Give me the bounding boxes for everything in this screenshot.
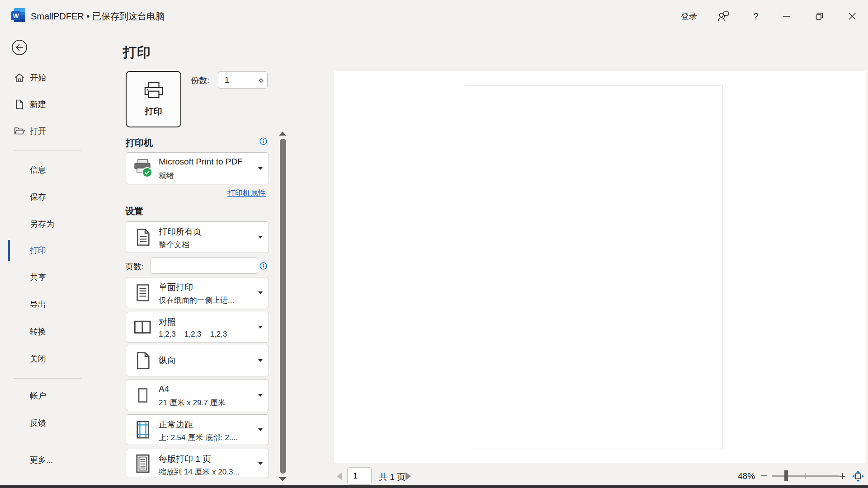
duplex-select[interactable]: 单面打印 仅在纸面的一侧上进... bbox=[126, 277, 269, 308]
zoom-out-button[interactable]: − bbox=[760, 469, 767, 483]
copies-input[interactable] bbox=[225, 72, 252, 88]
pages-label: 页数: bbox=[125, 261, 144, 272]
sidebar-item-new[interactable]: 新建 bbox=[0, 96, 94, 113]
title-bar: W SmallPDFER • 已保存到这台电脑 登录 ? bbox=[0, 0, 868, 33]
sidebar-item-share[interactable]: 共享 bbox=[0, 269, 94, 286]
zoom-in-button[interactable]: + bbox=[839, 469, 846, 483]
home-icon bbox=[14, 72, 25, 84]
scrollbar-up-icon[interactable] bbox=[279, 131, 286, 136]
new-document-icon bbox=[14, 99, 25, 110]
print-all-pages-icon bbox=[131, 222, 155, 253]
pages-field[interactable] bbox=[151, 257, 258, 274]
sidebar-divider bbox=[14, 150, 81, 150]
zoom-slider-thumb[interactable] bbox=[784, 470, 788, 481]
page-number-field[interactable] bbox=[347, 467, 372, 485]
one-sided-page-icon bbox=[131, 277, 155, 308]
sidebar-item-info[interactable]: 信息 bbox=[0, 162, 94, 178]
paper-size-icon bbox=[131, 380, 155, 411]
sign-in-button[interactable]: 登录 bbox=[676, 0, 702, 33]
sidebar-item-save[interactable]: 保存 bbox=[0, 189, 94, 205]
orientation-select[interactable]: 纵向 bbox=[126, 345, 269, 376]
settings-section-header: 设置 bbox=[125, 205, 143, 217]
close-icon[interactable] bbox=[842, 0, 863, 33]
sidebar-item-more[interactable]: 更多... bbox=[0, 452, 94, 468]
chevron-down-icon bbox=[258, 462, 263, 465]
zoom-to-page-icon[interactable] bbox=[852, 470, 864, 483]
copies-stepper[interactable] bbox=[218, 71, 268, 89]
chevron-down-icon bbox=[258, 167, 263, 170]
sidebar-item-open[interactable]: 打开 bbox=[0, 123, 94, 139]
printer-info-icon[interactable] bbox=[259, 137, 267, 145]
scrollbar-down-icon[interactable] bbox=[279, 477, 286, 481]
chevron-down-icon bbox=[258, 236, 263, 239]
pages-info-icon[interactable] bbox=[259, 262, 267, 270]
pages-text-input[interactable] bbox=[156, 258, 253, 273]
printer-section-header: 打印机 bbox=[126, 137, 153, 149]
scrollbar-thumb[interactable] bbox=[280, 139, 286, 474]
sidebar-item-account[interactable]: 帐户 bbox=[0, 388, 94, 404]
chevron-down-icon bbox=[258, 291, 263, 294]
sidebar-item-close-doc[interactable]: 关闭 bbox=[0, 351, 94, 367]
collation-select[interactable]: 对照 1,2,3 1,2,3 1,2,3 bbox=[126, 312, 269, 343]
collate-pages-icon bbox=[131, 312, 155, 342]
sidebar-item-save-as[interactable]: 另存为 bbox=[0, 216, 94, 232]
zoom-slider-midtick bbox=[805, 473, 806, 479]
zoom-slider-track[interactable] bbox=[772, 475, 840, 477]
previous-page-icon[interactable] bbox=[337, 472, 342, 480]
printer-status: 就绪 bbox=[159, 170, 251, 181]
printer-properties-link[interactable]: 打印机属性 bbox=[227, 188, 266, 198]
sidebar-item-home[interactable]: 开始 bbox=[0, 70, 94, 86]
minimize-icon[interactable] bbox=[777, 0, 797, 33]
sidebar-item-transform[interactable]: 转换 bbox=[0, 324, 94, 340]
pages-per-sheet-select[interactable]: 每版打印 1 页 缩放到 14 厘米 x 20.3... bbox=[126, 449, 269, 478]
chevron-down-icon bbox=[258, 359, 263, 362]
print-button-label: 打印 bbox=[145, 106, 162, 117]
printer-status-icon bbox=[131, 153, 155, 184]
open-folder-icon bbox=[14, 125, 25, 137]
chevron-down-icon bbox=[258, 428, 263, 431]
help-icon[interactable]: ? bbox=[746, 0, 766, 33]
portrait-page-icon bbox=[131, 345, 155, 376]
chevron-down-icon bbox=[258, 326, 263, 328]
sidebar-item-feedback[interactable]: 反馈 bbox=[0, 415, 94, 431]
sidebar-divider bbox=[14, 378, 81, 379]
pages-per-sheet-icon bbox=[131, 449, 155, 478]
preview-page bbox=[465, 85, 722, 449]
restore-icon[interactable] bbox=[809, 0, 829, 33]
contact-support-icon[interactable] bbox=[713, 0, 733, 33]
window-bottom-edge bbox=[0, 485, 868, 488]
sidebar-item-export[interactable]: 导出 bbox=[0, 296, 94, 313]
back-button[interactable] bbox=[11, 39, 28, 56]
window-title: SmallPDFER • 已保存到这台电脑 bbox=[31, 0, 165, 33]
print-range-select[interactable]: 打印所有页 整个文档 bbox=[126, 221, 269, 253]
margins-select[interactable]: 正常边距 上: 2.54 厘米 底部: 2.... bbox=[126, 414, 269, 445]
page-total-label: 共 1 页 bbox=[379, 471, 406, 483]
next-page-icon[interactable] bbox=[406, 472, 411, 480]
copies-label: 份数: bbox=[191, 75, 209, 86]
print-button[interactable]: 打印 bbox=[126, 71, 181, 127]
word-backstage-print: W SmallPDFER • 已保存到这台电脑 登录 ? bbox=[0, 0, 868, 488]
sidebar-item-print[interactable]: 打印 bbox=[0, 242, 94, 258]
word-logo-icon: W bbox=[11, 8, 25, 24]
page-title: 打印 bbox=[123, 43, 151, 62]
zoom-percent-label[interactable]: 48% bbox=[738, 471, 755, 481]
paper-size-select[interactable]: A4 21 厘米 x 29.7 厘米 bbox=[126, 380, 269, 411]
chevron-down-icon bbox=[258, 394, 263, 397]
margins-icon bbox=[131, 415, 155, 445]
stepper-down-icon[interactable] bbox=[259, 77, 264, 85]
page-number-input[interactable] bbox=[353, 468, 369, 484]
printer-name: Microsoft Print to PDF bbox=[159, 157, 251, 167]
printer-select[interactable]: Microsoft Print to PDF 就绪 bbox=[126, 152, 269, 184]
